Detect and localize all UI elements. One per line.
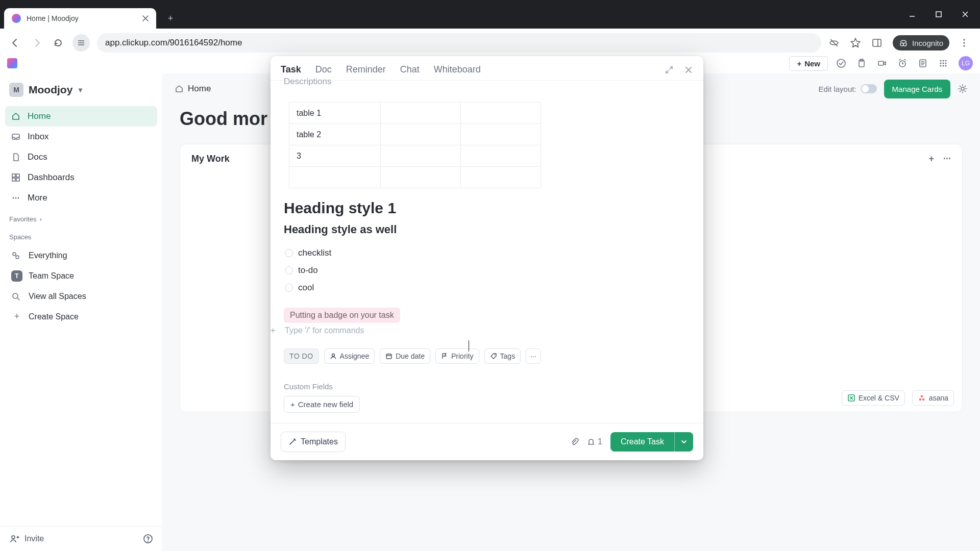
favorites-header[interactable]: Favorites › (0, 210, 162, 228)
clipboard-icon[interactable] (856, 58, 867, 68)
note-icon[interactable] (918, 58, 928, 68)
priority-chip[interactable]: Priority (435, 348, 479, 364)
spaces-item-create[interactable]: + Create Space (5, 306, 157, 327)
url-input[interactable]: app.clickup.com/9016164592/home (97, 33, 821, 53)
spaces-item-team-space[interactable]: T Team Space (5, 265, 157, 287)
checklist-item[interactable]: checklist (285, 244, 690, 262)
table-cell[interactable] (289, 167, 381, 188)
table-cell[interactable] (381, 103, 461, 124)
svg-point-6 (963, 45, 965, 46)
avatar-initials: LG (962, 60, 970, 67)
site-info-button[interactable] (72, 34, 90, 52)
tab-close-icon[interactable] (142, 15, 149, 22)
table-cell[interactable] (381, 167, 461, 188)
description-table[interactable]: table 1 table 2 3 (289, 102, 541, 188)
tab-task[interactable]: Task (281, 64, 301, 75)
table-cell[interactable] (381, 124, 461, 145)
tab-doc[interactable]: Doc (315, 64, 332, 75)
create-task-button[interactable]: Create Task (610, 432, 674, 452)
clickup-logo-icon[interactable] (7, 58, 17, 68)
circle-checkbox-icon[interactable] (285, 249, 293, 257)
eye-off-icon[interactable] (828, 37, 840, 48)
tab-whiteboard[interactable]: Whiteboard (434, 64, 481, 75)
tab-reminder[interactable]: Reminder (346, 64, 386, 75)
placeholder-text: Type '/' for commands (285, 326, 364, 335)
sidebar-item-home[interactable]: Home (5, 106, 157, 127)
card-add-button[interactable]: + (928, 154, 934, 164)
task-badge[interactable]: Putting a badge on your task (284, 308, 400, 323)
asana-chip[interactable]: asana (912, 390, 954, 406)
table-cell[interactable]: 3 (289, 145, 381, 167)
workspace-badge: M (9, 83, 23, 97)
table-cell[interactable]: table 1 (289, 103, 381, 124)
create-task-dropdown[interactable] (674, 432, 693, 452)
circle-checkbox-icon[interactable] (285, 266, 293, 274)
excel-csv-chip[interactable]: Excel & CSV (842, 390, 905, 406)
breadcrumb[interactable]: Home (175, 84, 211, 94)
svg-point-3 (903, 43, 906, 46)
command-placeholder[interactable]: + Type '/' for commands (285, 326, 690, 335)
spaces-item-everything[interactable]: Everything (5, 246, 157, 265)
due-date-chip[interactable]: Due date (380, 348, 430, 364)
table-cell[interactable] (461, 167, 541, 188)
table-cell[interactable] (461, 124, 541, 145)
browser-forward-button[interactable] (30, 36, 44, 50)
watch-button[interactable]: 1 (586, 437, 602, 446)
edit-layout-toggle[interactable]: Edit layout: (818, 84, 876, 93)
gear-icon[interactable] (958, 84, 968, 94)
templates-button[interactable]: Templates (281, 432, 346, 452)
browser-tab[interactable]: Home | Moodjoy (4, 8, 156, 29)
plus-icon: + (11, 311, 22, 322)
help-icon[interactable] (143, 534, 153, 544)
create-field-button[interactable]: + Create new field (284, 396, 360, 413)
assignee-chip[interactable]: Assignee (324, 348, 375, 364)
apps-grid-icon[interactable] (938, 58, 948, 68)
svg-point-15 (945, 60, 946, 61)
checklist-item[interactable]: cool (285, 279, 690, 296)
svg-rect-0 (936, 12, 941, 17)
sidebar-item-inbox[interactable]: Inbox (5, 127, 157, 147)
status-chip[interactable]: TO DO (284, 348, 319, 364)
window-maximize-button[interactable] (927, 5, 950, 23)
tags-chip[interactable]: Tags (484, 348, 521, 364)
alarm-icon[interactable] (897, 58, 908, 68)
heading-2[interactable]: Heading style as well (284, 223, 690, 236)
table-cell[interactable] (461, 145, 541, 167)
close-icon[interactable] (684, 65, 693, 74)
browser-reload-button[interactable] (51, 36, 65, 50)
checklist-item[interactable]: to-do (285, 262, 690, 279)
video-icon[interactable] (877, 58, 887, 68)
workspace-switcher[interactable]: M Moodjoy ▾ (0, 73, 162, 104)
new-tab-button[interactable]: + (162, 10, 179, 27)
sidebar-item-dashboards[interactable]: Dashboards (5, 167, 157, 188)
more-chips-button[interactable]: ··· (526, 348, 541, 364)
window-close-button[interactable] (953, 5, 977, 23)
bookmark-star-icon[interactable] (850, 37, 861, 48)
expand-icon[interactable] (665, 65, 674, 74)
manage-cards-button[interactable]: Manage Cards (884, 80, 950, 98)
incognito-chip[interactable]: Incognito (893, 35, 949, 51)
create-field-label: Create new field (298, 400, 353, 409)
heading-1[interactable]: Heading style 1 (284, 199, 690, 217)
tab-chat[interactable]: Chat (400, 64, 420, 75)
browser-back-button[interactable] (8, 36, 22, 50)
table-cell[interactable] (381, 145, 461, 167)
templates-label: Templates (301, 437, 338, 446)
browser-menu-icon[interactable] (960, 38, 969, 47)
circle-checkbox-icon[interactable] (285, 284, 293, 292)
attachment-icon[interactable] (570, 437, 579, 446)
svg-point-13 (940, 60, 941, 61)
invite-button[interactable]: Invite (9, 534, 44, 544)
insert-block-button[interactable]: + (271, 326, 275, 335)
new-button[interactable]: + New (789, 56, 828, 71)
side-panel-icon[interactable] (871, 37, 883, 48)
sidebar-item-docs[interactable]: Docs (5, 147, 157, 167)
table-cell[interactable] (461, 103, 541, 124)
sidebar-item-more[interactable]: More (5, 188, 157, 208)
check-circle-icon[interactable] (836, 58, 846, 68)
spaces-item-view-all[interactable]: View all Spaces (5, 287, 157, 306)
table-cell[interactable]: table 2 (289, 124, 381, 145)
card-menu-icon[interactable]: ··· (943, 154, 951, 164)
window-minimize-button[interactable] (900, 5, 924, 23)
avatar[interactable]: LG (959, 56, 973, 70)
